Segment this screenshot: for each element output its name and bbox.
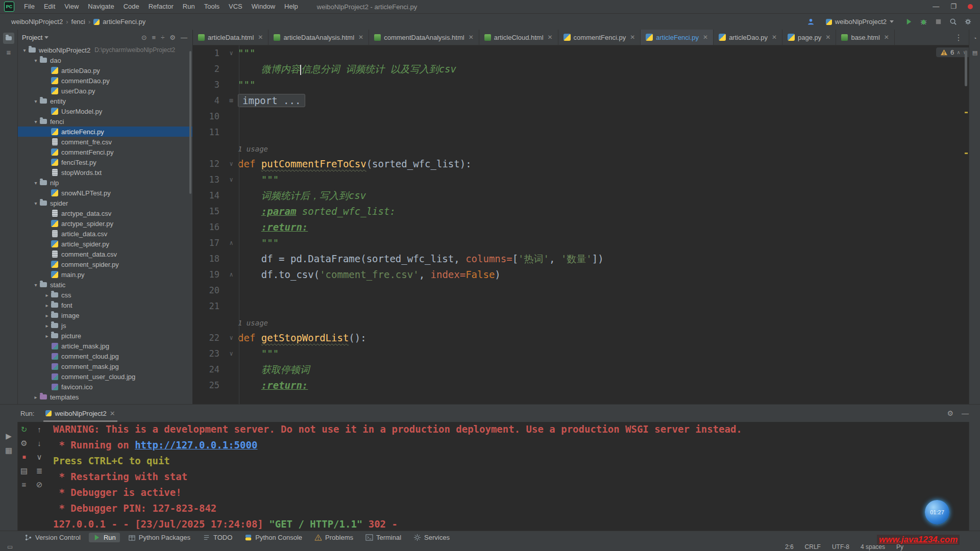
close-icon[interactable]: ✕ [110, 410, 115, 417]
hide-panel-icon[interactable]: — [181, 34, 187, 41]
prev-warning-icon[interactable]: ∧ [957, 49, 960, 55]
close-icon[interactable]: ✕ [358, 34, 363, 41]
tab-articledataanalysis-html[interactable]: articleDataAnalysis.html✕ [268, 30, 369, 45]
tab-articledao-py[interactable]: articleDao.py✕ [714, 30, 782, 45]
structure-stripe-button[interactable]: ≡ [3, 47, 14, 58]
breadcrumb-item[interactable]: fenci [71, 18, 85, 26]
code-editor[interactable]: 1∨"""2 微博内容信息分词 词频统计 以及写入到csv3"""4⊞impor… [193, 45, 969, 404]
menu-vcs[interactable]: VCS [224, 0, 247, 13]
close-icon[interactable]: ✕ [258, 34, 263, 41]
project-tree-scrollbar[interactable] [189, 51, 191, 194]
collapse-all-icon[interactable]: ÷ [161, 34, 164, 41]
tree-chevron-icon[interactable]: ▾ [32, 98, 39, 104]
menu-refactor[interactable]: Refactor [144, 0, 178, 13]
debug-button[interactable] [920, 18, 927, 26]
fold-marker[interactable]: ⊞ [225, 93, 238, 109]
menu-code[interactable]: Code [119, 0, 144, 13]
warning-stripe-mark[interactable] [965, 153, 968, 154]
rerun-button[interactable]: ↻ [21, 425, 28, 434]
tree-item-arctype-data-csv[interactable]: arctype_data.csv [18, 208, 192, 218]
menu-help[interactable]: Help [280, 0, 303, 13]
tree-item-articledao-py[interactable]: articleDao.py [18, 65, 192, 76]
breadcrumb-item[interactable]: articleFenci.py [103, 18, 145, 26]
run-panel-settings-icon[interactable]: ⚙ [947, 409, 953, 417]
tree-item-userdao-py[interactable]: userDao.py [18, 86, 192, 96]
status-item-crlf[interactable]: CRLF [805, 543, 821, 550]
fold-marker[interactable]: ∨ [225, 172, 238, 188]
inspections-widget[interactable]: 6 ∧ ∨ [936, 47, 969, 57]
toolwindow-problems[interactable]: Problems [310, 533, 357, 542]
menu-edit[interactable]: Edit [39, 0, 60, 13]
toolwindow-python-packages[interactable]: Python Packages [124, 533, 194, 542]
tree-item-main-py[interactable]: main.py [18, 269, 192, 280]
tab-options-icon[interactable]: ⋮ [948, 30, 969, 45]
tab-articledata-html[interactable]: articleData.html✕ [193, 30, 268, 45]
run-tab[interactable]: weiboNlpProject2 ✕ [41, 405, 119, 422]
run-console-output[interactable]: WARNING: This is a development server. D… [53, 421, 921, 531]
editor-scrollbar[interactable] [965, 51, 967, 86]
tree-item-articlefenci-py[interactable]: articleFenci.py [18, 127, 192, 137]
tree-chevron-icon[interactable]: ▾ [32, 58, 39, 63]
tree-item-comment-spider-py[interactable]: comment_spider.py [18, 259, 192, 269]
panel-settings-icon[interactable]: ⚙ [169, 34, 176, 41]
tree-chevron-icon[interactable]: ▸ [43, 333, 51, 339]
usage-label[interactable]: 1 usage [238, 145, 268, 153]
breadcrumb-item[interactable]: weiboNlpProject2 [11, 18, 63, 26]
tree-chevron-icon[interactable]: ▸ [43, 323, 51, 329]
run-panel-hide-icon[interactable]: — [962, 409, 969, 417]
soft-wrap-icon[interactable]: ∨ [37, 453, 42, 461]
up-stack-trace-icon[interactable]: ↑ [37, 425, 41, 434]
tree-item-commentfenci-py[interactable]: commentFenci.py [18, 147, 192, 157]
menu-window[interactable]: Window [247, 0, 280, 13]
tree-item-comment-cloud-jpg[interactable]: comment_cloud.jpg [18, 351, 192, 361]
stop-process-button[interactable]: ■ [22, 453, 26, 461]
tree-item-nlp[interactable]: ▾nlp [18, 178, 192, 188]
tab-page-py[interactable]: page.py✕ [782, 30, 836, 45]
tree-item-js[interactable]: ▸js [18, 320, 192, 331]
status-item-2-6[interactable]: 2:6 [785, 543, 794, 550]
tab-base-html[interactable]: base.html✕ [836, 30, 894, 45]
toolwindow-services[interactable]: Services [409, 533, 454, 542]
tree-chevron-icon[interactable]: ▸ [32, 394, 39, 400]
close-icon[interactable]: ✕ [703, 34, 708, 41]
tree-item-fenci[interactable]: ▾fenci [18, 116, 192, 127]
database-stripe-button[interactable]: ▤ [969, 47, 980, 58]
maximize-button[interactable]: ❐ [950, 0, 957, 13]
tree-item-comment-mask-jpg[interactable]: comment_mask.jpg [18, 361, 192, 371]
notifications-stripe-button[interactable]: ◔ [969, 33, 980, 44]
tree-item-picture[interactable]: ▸picture [18, 331, 192, 341]
minimize-button[interactable]: — [933, 0, 939, 13]
close-icon[interactable]: ✕ [884, 34, 889, 41]
tab-articlefenci-py[interactable]: articleFenci.py✕ [641, 30, 714, 45]
tree-item-dao[interactable]: ▾dao [18, 55, 192, 65]
edit-config-icon[interactable]: ⚙ [20, 439, 27, 447]
tree-item-image[interactable]: ▸image [18, 310, 192, 320]
menu-file[interactable]: File [19, 0, 39, 13]
run-config-select[interactable]: weiboNlpProject2 [822, 17, 898, 27]
settings-icon[interactable] [964, 18, 972, 26]
tree-item-fencitest-py[interactable]: fenciTest.py [18, 157, 192, 167]
tree-item-static[interactable]: ▾static [18, 280, 192, 290]
fold-marker[interactable]: ∧ [225, 267, 238, 283]
tree-item-commentdao-py[interactable]: commentDao.py [18, 76, 192, 86]
tree-item-article-data-csv[interactable]: article_data.csv [18, 229, 192, 239]
search-everywhere-button[interactable] [949, 18, 957, 26]
fold-marker[interactable]: ∨ [225, 45, 238, 61]
tree-item-weibonlpproject2[interactable]: ▾weiboNlpProject2D:\pycharm\weiboNlpProj… [18, 45, 192, 55]
user-icon[interactable] [807, 18, 815, 26]
usage-label[interactable]: 1 usage [238, 319, 268, 327]
run-button[interactable] [905, 18, 913, 26]
fold-marker[interactable]: ∧ [225, 235, 238, 251]
close-icon[interactable]: ✕ [825, 34, 830, 41]
toolwindow-run[interactable]: Run [89, 533, 120, 542]
tab-commentfenci-py[interactable]: commentFenci.py✕ [558, 30, 641, 45]
toolwindow-terminal[interactable]: Terminal [361, 533, 405, 542]
run-stripe-button[interactable]: ▶ [3, 431, 14, 442]
toolwindow-version-control[interactable]: Version Control [20, 533, 85, 542]
tree-chevron-icon[interactable]: ▸ [43, 303, 51, 308]
terminal-stripe-button[interactable]: ▦ [3, 445, 14, 456]
tab-articlecloud-html[interactable]: articleCloud.html✕ [479, 30, 558, 45]
tree-chevron-icon[interactable]: ▾ [32, 119, 39, 124]
tree-item-css[interactable]: ▸css [18, 290, 192, 300]
status-left-icon[interactable]: ▭ [7, 543, 13, 550]
